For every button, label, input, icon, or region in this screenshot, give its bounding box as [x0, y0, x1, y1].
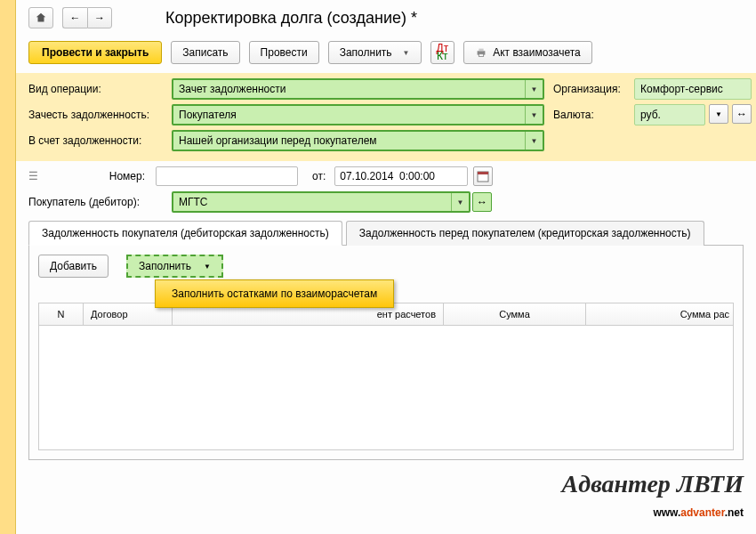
- svg-rect-2: [479, 54, 484, 57]
- currency-value: руб.: [640, 109, 661, 121]
- fill-rows-dropdown[interactable]: Заполнить: [126, 255, 223, 278]
- post-button[interactable]: Провести: [249, 41, 319, 64]
- chevron-down-icon: ▼: [715, 110, 722, 118]
- currency-field[interactable]: руб.: [634, 104, 705, 125]
- offset-debt-value: Покупателя: [179, 109, 237, 121]
- open-icon: ↔: [477, 196, 487, 208]
- chevron-down-icon: ▼: [451, 193, 469, 211]
- act-button-label: Акт взаимозачета: [493, 46, 581, 59]
- fill-rows-label: Заполнить: [139, 260, 191, 272]
- save-button[interactable]: Записать: [171, 41, 239, 64]
- against-debt-value: Нашей организации перед покупателем: [179, 134, 377, 147]
- chevron-down-icon: ▼: [525, 106, 543, 124]
- calendar-button[interactable]: [473, 166, 493, 186]
- dtkt-icon: ДтКт: [437, 44, 449, 61]
- add-row-button[interactable]: Добавить: [38, 255, 109, 278]
- left-sidebar-strip: [0, 0, 16, 534]
- act-button[interactable]: Акт взаимозачета: [463, 41, 592, 64]
- col-amount-calc: Сумма рас: [586, 303, 733, 325]
- against-debt-label: В счет задолженности:: [28, 134, 166, 147]
- op-type-select[interactable]: Зачет задолженности ▼: [172, 78, 544, 100]
- org-label: Организация:: [553, 83, 629, 95]
- number-input[interactable]: [156, 166, 298, 186]
- buyer-label: Покупатель (дебитор):: [28, 196, 166, 208]
- currency-open-button[interactable]: ↔: [732, 104, 752, 124]
- buyer-value: МГТС: [179, 196, 208, 208]
- arrow-left-icon: ←: [70, 12, 81, 24]
- back-button[interactable]: ←: [62, 7, 87, 28]
- date-input[interactable]: [334, 166, 468, 186]
- list-icon: ☰: [28, 170, 43, 182]
- fill-dropdown-button[interactable]: Заполнить: [328, 41, 422, 64]
- printer-icon: [475, 46, 487, 59]
- post-and-close-button[interactable]: Провести и закрыть: [28, 41, 162, 64]
- chevron-down-icon: ▼: [525, 80, 543, 98]
- svg-rect-1: [479, 49, 484, 52]
- op-type-value: Зачет задолженности: [179, 83, 286, 95]
- svg-rect-4: [478, 172, 488, 174]
- currency-drop-button[interactable]: ▼: [709, 104, 728, 124]
- offset-debt-label: Зачесть задолженность:: [28, 109, 166, 121]
- dtkt-button[interactable]: ДтКт: [430, 41, 455, 64]
- watermark: Адвантер ЛВТИ www.advanter.net: [562, 470, 744, 522]
- arrow-right-icon: →: [94, 12, 105, 24]
- col-amount: Сумма: [444, 303, 586, 325]
- tab-receivable[interactable]: Задолженность покупателя (дебиторская за…: [28, 221, 342, 246]
- op-type-label: Вид операции:: [28, 83, 166, 95]
- tab-payable[interactable]: Задолженность перед покупателем (кредито…: [346, 221, 704, 246]
- buyer-select[interactable]: МГТС ▼: [172, 191, 470, 213]
- org-field[interactable]: Комфорт-сервис: [634, 78, 752, 100]
- page-title: Корректировка долга (создание) *: [165, 9, 417, 28]
- forward-button[interactable]: →: [87, 7, 112, 28]
- calendar-icon: [477, 170, 489, 182]
- fill-popup-item[interactable]: Заполнить остатками по взаиморасчетам: [155, 279, 394, 308]
- against-debt-select[interactable]: Нашей организации перед покупателем ▼: [172, 130, 544, 151]
- open-icon: ↔: [736, 108, 747, 120]
- col-n: N: [39, 303, 84, 325]
- table-body[interactable]: [38, 326, 734, 450]
- offset-debt-select[interactable]: Покупателя ▼: [172, 104, 544, 125]
- buyer-open-button[interactable]: ↔: [472, 192, 492, 212]
- org-value: Комфорт-сервис: [640, 83, 723, 95]
- currency-label: Валюта:: [553, 109, 629, 121]
- number-label: Номер:: [48, 170, 150, 182]
- from-label: от:: [303, 170, 329, 182]
- home-button[interactable]: [28, 7, 53, 28]
- chevron-down-icon: ▼: [525, 132, 543, 150]
- home-icon: [35, 12, 47, 24]
